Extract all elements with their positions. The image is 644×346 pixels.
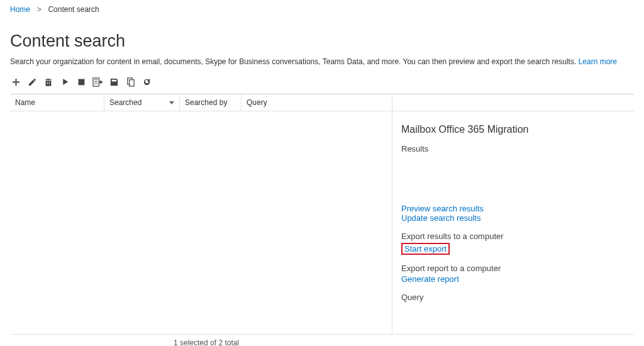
copy-icon[interactable] <box>125 76 136 87</box>
details-pane: Mailbox Office 365 Migration Results Pre… <box>392 111 634 334</box>
save-icon[interactable] <box>108 76 119 87</box>
column-name[interactable]: Name <box>10 94 104 111</box>
preview-search-results-link[interactable]: Preview search results <box>401 204 625 213</box>
svg-rect-0 <box>78 79 84 85</box>
page-title: Content search <box>10 31 634 51</box>
grid-header: Name Searched Searched by Query <box>10 94 634 111</box>
results-list[interactable] <box>10 111 392 334</box>
add-icon[interactable] <box>10 76 21 87</box>
selection-status: 1 selected of 2 total <box>174 338 239 346</box>
learn-more-link[interactable]: Learn more <box>579 57 617 66</box>
column-name-label: Name <box>15 98 35 107</box>
status-bar: 1 selected of 2 total <box>10 335 634 346</box>
column-searched-by-label: Searched by <box>185 98 227 107</box>
details-query-label: Query <box>401 293 625 302</box>
update-search-results-link[interactable]: Update search results <box>401 213 625 223</box>
breadcrumb-current: Content search <box>48 5 99 14</box>
details-title: Mailbox Office 365 Migration <box>401 124 625 135</box>
column-spacer <box>392 94 634 111</box>
svg-rect-1 <box>93 77 99 86</box>
generate-report-link[interactable]: Generate report <box>401 274 625 284</box>
list-new-icon[interactable] <box>92 76 103 87</box>
svg-rect-6 <box>129 79 134 86</box>
breadcrumb-home[interactable]: Home <box>10 5 30 14</box>
sort-desc-icon <box>169 101 174 104</box>
start-export-highlight: Start export <box>401 243 450 255</box>
breadcrumb-separator: > <box>35 5 43 14</box>
refresh-icon[interactable] <box>141 76 152 87</box>
export-report-label: Export report to a computer <box>401 264 625 273</box>
toolbar <box>10 75 634 94</box>
play-icon[interactable] <box>59 76 70 87</box>
export-results-label: Export results to a computer <box>401 232 625 241</box>
column-searched[interactable]: Searched <box>104 94 180 111</box>
details-results-label: Results <box>401 144 625 153</box>
start-export-link[interactable]: Start export <box>404 244 447 254</box>
breadcrumb: Home > Content search <box>10 5 634 14</box>
column-searched-by[interactable]: Searched by <box>180 94 242 111</box>
delete-icon[interactable] <box>43 76 54 87</box>
stop-icon[interactable] <box>75 76 87 87</box>
description-text: Search your organization for content in … <box>10 57 576 66</box>
column-query[interactable]: Query <box>242 94 392 111</box>
grid-body: Mailbox Office 365 Migration Results Pre… <box>10 111 634 335</box>
edit-icon[interactable] <box>26 76 38 87</box>
column-query-label: Query <box>247 98 267 107</box>
page-description: Search your organization for content in … <box>10 57 634 66</box>
column-searched-label: Searched <box>109 98 142 107</box>
